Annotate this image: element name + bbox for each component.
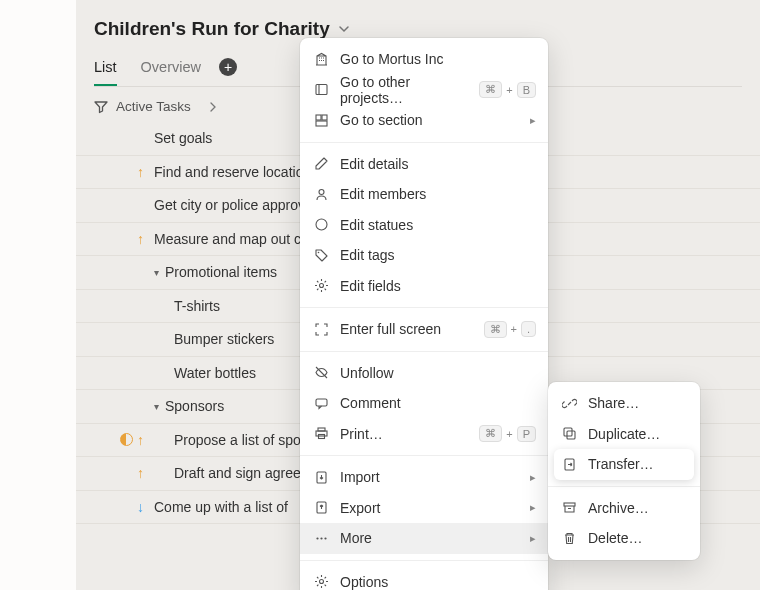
- menu-print[interactable]: Print… ⌘+P: [300, 419, 548, 450]
- svg-rect-2: [322, 115, 327, 120]
- svg-rect-1: [316, 115, 321, 120]
- task-title: Water bottles: [174, 365, 256, 381]
- submenu-duplicate[interactable]: Duplicate…: [548, 419, 700, 450]
- menu-label: Edit tags: [340, 247, 536, 263]
- svg-rect-21: [564, 503, 575, 506]
- menu-go-projects[interactable]: Go to other projects… ⌘+B: [300, 75, 548, 106]
- menu-label: Export: [340, 500, 520, 516]
- svg-rect-8: [316, 399, 327, 406]
- svg-point-14: [316, 537, 318, 539]
- tag-icon: [312, 248, 330, 263]
- sidebar-gutter: [0, 0, 76, 590]
- menu-label: Transfer…: [588, 456, 688, 472]
- svg-rect-19: [567, 431, 575, 439]
- menu-label: Options: [340, 574, 536, 590]
- menu-label: Import: [340, 469, 520, 485]
- separator: [300, 351, 548, 352]
- menu-go-section[interactable]: Go to section ▸: [300, 105, 548, 136]
- task-title: Come up with a list of: [154, 499, 288, 515]
- duplicate-icon: [560, 426, 578, 441]
- menu-label: Edit members: [340, 186, 536, 202]
- menu-label: Duplicate…: [588, 426, 688, 442]
- menu-label: Go to other projects…: [340, 74, 469, 106]
- tab-overview[interactable]: Overview: [141, 59, 201, 85]
- shortcut: ⌘+.: [484, 321, 537, 338]
- menu-full-screen[interactable]: Enter full screen ⌘+.: [300, 314, 548, 345]
- separator: [300, 560, 548, 561]
- building-icon: [312, 52, 330, 67]
- task-title: Set goals: [154, 130, 212, 146]
- menu-label: Go to section: [340, 112, 520, 128]
- task-title: Get city or police approval: [154, 197, 316, 213]
- filter-icon: [94, 100, 108, 114]
- chevron-right-icon: ▸: [530, 471, 536, 484]
- title-row[interactable]: Children's Run for Charity: [94, 18, 742, 40]
- print-icon: [312, 426, 330, 441]
- import-icon: [312, 470, 330, 485]
- shortcut: ⌘+B: [479, 81, 536, 98]
- projects-icon: [312, 82, 330, 97]
- menu-export[interactable]: Export ▸: [300, 493, 548, 524]
- chevron-right-icon: ▸: [530, 501, 536, 514]
- more-submenu: Share… Duplicate… Transfer… Archive… Del…: [548, 382, 700, 560]
- chevron-down-icon[interactable]: [338, 23, 350, 35]
- circle-icon: [312, 217, 330, 232]
- menu-label: Go to Mortus Inc: [340, 51, 536, 67]
- svg-rect-18: [564, 428, 572, 436]
- menu-label: Edit details: [340, 156, 536, 172]
- menu-label: Unfollow: [340, 365, 536, 381]
- priority-up-icon: ↑: [137, 465, 144, 481]
- separator: [300, 142, 548, 143]
- menu-label: Enter full screen: [340, 321, 474, 337]
- shortcut: ⌘+P: [479, 425, 536, 442]
- transfer-icon: [560, 457, 578, 472]
- menu-label: Share…: [588, 395, 688, 411]
- submenu-delete[interactable]: Delete…: [548, 523, 700, 554]
- svg-point-16: [324, 537, 326, 539]
- task-title: Find and reserve location: [154, 164, 311, 180]
- menu-label: Comment: [340, 395, 536, 411]
- menu-edit-fields[interactable]: Edit fields: [300, 271, 548, 302]
- comment-icon: [312, 396, 330, 411]
- progress-half-icon: [120, 433, 133, 446]
- menu-edit-members[interactable]: Edit members: [300, 179, 548, 210]
- submenu-transfer[interactable]: Transfer…: [554, 449, 694, 480]
- submenu-archive[interactable]: Archive…: [548, 493, 700, 524]
- task-title: Bumper stickers: [174, 331, 274, 347]
- context-menu: Go to Mortus Inc Go to other projects… ⌘…: [300, 38, 548, 590]
- menu-unfollow[interactable]: Unfollow: [300, 358, 548, 389]
- chevron-right-icon: [209, 102, 217, 112]
- menu-label: Edit fields: [340, 278, 536, 294]
- chevron-right-icon: ▸: [530, 532, 536, 545]
- menu-label: Delete…: [588, 530, 688, 546]
- priority-up-icon: ↑: [137, 432, 144, 448]
- svg-rect-3: [316, 121, 327, 126]
- menu-edit-details[interactable]: Edit details: [300, 149, 548, 180]
- priority-down-icon: ↓: [137, 499, 144, 515]
- filter-label: Active Tasks: [116, 99, 191, 114]
- submenu-share[interactable]: Share…: [548, 388, 700, 419]
- tab-list[interactable]: List: [94, 59, 117, 85]
- menu-edit-tags[interactable]: Edit tags: [300, 240, 548, 271]
- menu-go-mortus[interactable]: Go to Mortus Inc: [300, 44, 548, 75]
- trash-icon: [560, 531, 578, 546]
- separator: [300, 455, 548, 456]
- disclosure-icon[interactable]: ▾: [154, 267, 159, 278]
- menu-comment[interactable]: Comment: [300, 388, 548, 419]
- person-icon: [312, 187, 330, 202]
- svg-rect-0: [316, 85, 327, 95]
- disclosure-icon[interactable]: ▾: [154, 401, 159, 412]
- gear-icon: [312, 574, 330, 589]
- add-tab-button[interactable]: +: [219, 58, 237, 76]
- eye-off-icon: [312, 365, 330, 380]
- menu-label: Archive…: [588, 500, 688, 516]
- link-icon: [560, 396, 578, 411]
- pencil-icon: [312, 156, 330, 171]
- menu-import[interactable]: Import ▸: [300, 462, 548, 493]
- menu-more[interactable]: More ▸: [300, 523, 548, 554]
- menu-edit-statues[interactable]: Edit statues: [300, 210, 548, 241]
- svg-point-17: [319, 580, 323, 584]
- menu-options[interactable]: Options: [300, 567, 548, 591]
- export-icon: [312, 500, 330, 515]
- svg-point-4: [319, 189, 324, 194]
